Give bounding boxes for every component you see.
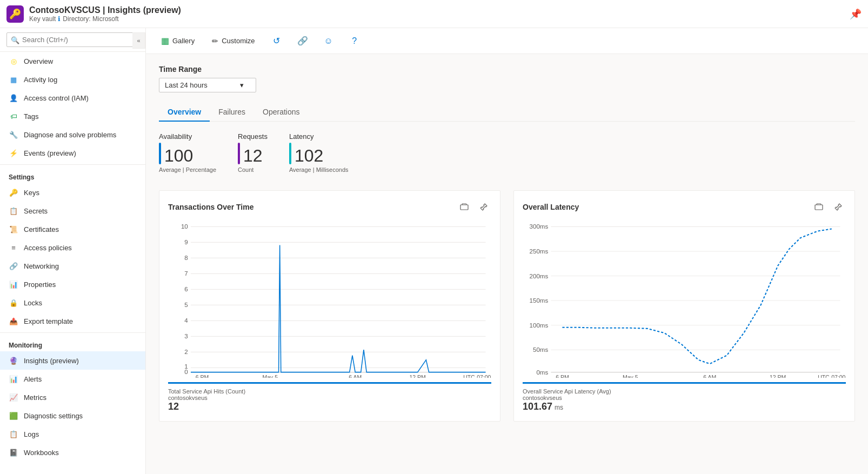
- sidebar-item-alerts[interactable]: 📊 Alerts: [0, 370, 145, 388]
- page-subtitle: Key vault ℹ Directory: Microsoft: [29, 15, 850, 23]
- sidebar-divider-2: [0, 332, 145, 333]
- sidebar-item-label: Workbooks: [24, 449, 59, 457]
- diagnose-icon: 🔧: [9, 130, 18, 139]
- sidebar-item-label: Access control (IAM): [24, 94, 89, 102]
- metric-bar-availability: [159, 143, 161, 164]
- refresh-button[interactable]: ↺: [268, 32, 285, 50]
- info-icon: ℹ: [58, 15, 61, 23]
- sidebar-item-label: Locks: [24, 299, 42, 307]
- sidebar: 🔍 « ◎ Overview ▦ Activity log 👤 Access c…: [0, 28, 146, 474]
- sidebar-item-label: Overview: [24, 57, 53, 65]
- chart-latency-icons: [811, 199, 846, 215]
- access-policies-icon: ≡: [9, 243, 18, 252]
- locks-icon: 🔒: [9, 298, 18, 308]
- chart-latency-header: Overall Latency: [523, 199, 846, 215]
- sidebar-item-label: Access policies: [24, 244, 72, 252]
- sidebar-item-access-policies[interactable]: ≡ Access policies: [0, 238, 145, 257]
- search-icon: 🔍: [11, 36, 19, 44]
- sidebar-item-logs[interactable]: 📋 Logs: [0, 425, 145, 443]
- svg-text:May 5: May 5: [623, 375, 638, 378]
- svg-text:9: 9: [184, 239, 188, 246]
- chart-transactions-svg: 10 9 8 7 6 5 4 3 2 1 0: [168, 221, 491, 378]
- tab-failures[interactable]: Failures: [210, 103, 254, 122]
- tab-operations[interactable]: Operations: [254, 103, 308, 122]
- svg-text:0ms: 0ms: [536, 369, 548, 376]
- chart-latency: Overall Latency: [513, 190, 855, 422]
- sidebar-item-properties[interactable]: 📊 Properties: [0, 275, 145, 293]
- metric-latency: Latency 102 Average | Milliseconds: [289, 132, 349, 173]
- chart-latency-pin-icon[interactable]: [831, 199, 846, 215]
- sidebar-item-label: Metrics: [24, 393, 46, 402]
- share-button[interactable]: 🔗: [294, 32, 311, 50]
- insights-icon: 🔮: [9, 356, 18, 365]
- chart-transactions-footer-sub: contosokvseus: [168, 395, 491, 401]
- svg-text:UTC-07:00: UTC-07:00: [818, 375, 845, 378]
- chart-transactions-area: 10 9 8 7 6 5 4 3 2 1 0: [168, 221, 491, 378]
- sidebar-item-label: Logs: [24, 430, 39, 438]
- tabs: Overview Failures Operations: [159, 103, 855, 122]
- sidebar-item-locks[interactable]: 🔒 Locks: [0, 293, 145, 312]
- svg-text:May 5: May 5: [263, 375, 278, 378]
- help-button[interactable]: ?: [346, 32, 363, 50]
- sidebar-item-label: Export template: [24, 317, 73, 325]
- workbooks-icon: 📓: [9, 448, 18, 457]
- metric-bar-latency: [289, 143, 291, 164]
- chart-latency-footer-unit: ms: [555, 404, 563, 411]
- sidebar-item-certificates[interactable]: 📜 Certificates: [0, 220, 145, 238]
- chart-transactions-title: Transactions Over Time: [168, 203, 253, 211]
- certificates-icon: 📜: [9, 224, 18, 234]
- chart-transactions-expand-icon[interactable]: [457, 199, 472, 215]
- sidebar-item-label: Activity log: [24, 76, 57, 84]
- settings-section-label: Settings: [0, 167, 145, 183]
- svg-text:100ms: 100ms: [530, 322, 549, 329]
- sidebar-item-activity-log[interactable]: ▦ Activity log: [0, 70, 145, 89]
- sidebar-item-access-control[interactable]: 👤 Access control (IAM): [0, 89, 145, 107]
- sidebar-collapse-button[interactable]: «: [132, 32, 145, 49]
- sidebar-item-secrets[interactable]: 📋 Secrets: [0, 202, 145, 220]
- sidebar-item-tags[interactable]: 🏷 Tags: [0, 107, 145, 125]
- feedback-button[interactable]: ☺: [320, 32, 337, 50]
- content-scroll: Time Range Last 24 hours ▾ Overview Fail…: [146, 54, 868, 474]
- chart-latency-expand-icon[interactable]: [811, 199, 826, 215]
- chart-latency-area: 300ms 250ms 200ms 150ms 100ms 50ms 0ms: [523, 221, 846, 378]
- sidebar-item-events[interactable]: ⚡ Events (preview): [0, 144, 145, 162]
- customize-button[interactable]: ✏ Customize: [208, 34, 259, 48]
- monitoring-section-label: Monitoring: [0, 335, 145, 351]
- svg-text:7: 7: [184, 271, 188, 277]
- sidebar-item-export-template[interactable]: 📤 Export template: [0, 312, 145, 330]
- tab-overview[interactable]: Overview: [159, 103, 210, 122]
- sidebar-item-keys[interactable]: 🔑 Keys: [0, 183, 145, 202]
- sidebar-item-label: Events (preview): [24, 149, 76, 157]
- svg-text:0: 0: [184, 369, 188, 375]
- edit-icon: ✏: [212, 37, 218, 45]
- gallery-button[interactable]: ▦ Gallery: [157, 33, 199, 49]
- sidebar-item-workbooks[interactable]: 📓 Workbooks: [0, 443, 145, 462]
- export-template-icon: 📤: [9, 316, 18, 326]
- pin-icon[interactable]: 📌: [850, 8, 862, 20]
- svg-text:12 PM: 12 PM: [770, 375, 786, 378]
- chart-latency-footer-label: Overall Service Api Latency (Avg): [523, 388, 846, 395]
- metric-requests: Requests 12 Count: [238, 132, 268, 173]
- sidebar-item-overview[interactable]: ◎ Overview: [0, 52, 145, 70]
- time-range-section: Time Range Last 24 hours ▾: [159, 65, 855, 92]
- metric-label-availability: Availability: [159, 132, 216, 141]
- metric-availability: Availability 100 Average | Percentage: [159, 132, 216, 173]
- sidebar-item-networking[interactable]: 🔗 Networking: [0, 257, 145, 275]
- sidebar-item-diagnostic-settings[interactable]: 🟩 Diagnostic settings: [0, 406, 145, 425]
- sidebar-item-metrics[interactable]: 📈 Metrics: [0, 388, 145, 406]
- time-range-select[interactable]: Last 24 hours ▾: [159, 78, 256, 92]
- chart-transactions-pin-icon[interactable]: [476, 199, 491, 215]
- sidebar-item-diagnose[interactable]: 🔧 Diagnose and solve problems: [0, 125, 145, 144]
- tags-icon: 🏷: [9, 111, 18, 121]
- search-input[interactable]: [6, 32, 139, 47]
- metrics-row: Availability 100 Average | Percentage Re…: [159, 132, 855, 173]
- chart-latency-svg: 300ms 250ms 200ms 150ms 100ms 50ms 0ms: [523, 221, 846, 378]
- metric-value-latency: 102: [295, 147, 323, 164]
- svg-text:200ms: 200ms: [530, 273, 549, 279]
- chart-latency-footer-sub: contosokvseus: [523, 395, 846, 401]
- metric-label-requests: Requests: [238, 132, 268, 141]
- sidebar-item-insights[interactable]: 🔮 Insights (preview): [0, 351, 145, 370]
- metric-sub-latency: Average | Milliseconds: [289, 166, 349, 173]
- svg-text:6: 6: [184, 286, 188, 293]
- svg-text:3: 3: [184, 333, 188, 340]
